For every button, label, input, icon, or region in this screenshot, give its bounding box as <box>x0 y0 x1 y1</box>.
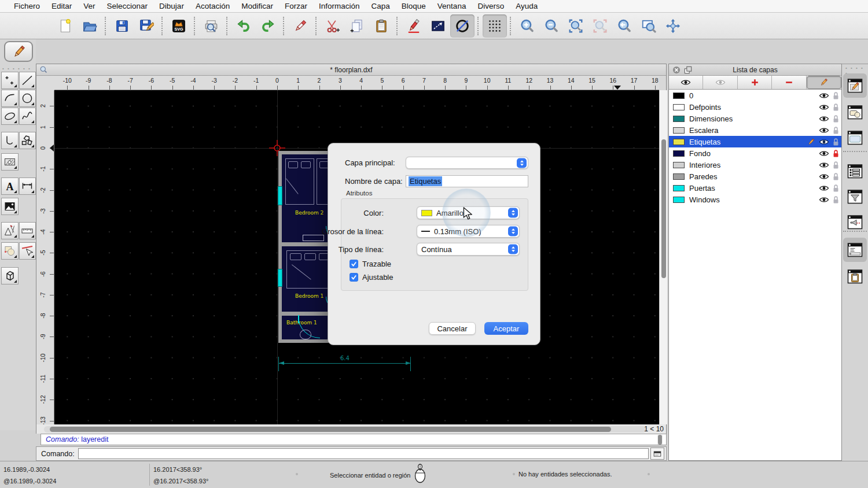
layer-lock-icon[interactable] <box>833 149 839 158</box>
layer-visibility-eye-icon[interactable] <box>819 138 829 146</box>
layer-visibility-eye-icon[interactable] <box>819 173 829 180</box>
menu-editar[interactable]: Editar <box>46 0 78 13</box>
tool-dimensions-button[interactable] <box>19 178 36 195</box>
dock-command-toggle[interactable] <box>843 238 867 262</box>
print-preview-button[interactable] <box>199 14 223 38</box>
edit-layer-button[interactable] <box>807 76 841 89</box>
tool-hatch-button[interactable] <box>1 153 19 171</box>
command-history-scrollbar[interactable] <box>657 435 663 445</box>
layer-row-dimensiones[interactable]: Dimensiones <box>669 113 841 124</box>
menu-dibujar[interactable]: Dibujar <box>153 0 190 13</box>
menu-diverso[interactable]: Diverso <box>472 0 510 13</box>
remove-layer-button[interactable] <box>772 76 806 89</box>
show-all-layers-button[interactable] <box>669 76 703 89</box>
pen-tool-button[interactable] <box>4 41 33 62</box>
save-button[interactable] <box>110 14 134 38</box>
vertical-scrollbar-thumb[interactable] <box>661 139 666 278</box>
tool-order-button[interactable] <box>1 242 19 260</box>
pen-attributes-button[interactable] <box>402 14 426 38</box>
layer-visibility-eye-icon[interactable] <box>819 196 829 204</box>
cut-button[interactable] <box>321 14 345 38</box>
layer-visibility-eye-icon[interactable] <box>819 150 829 157</box>
menu-fichero[interactable]: Fichero <box>8 0 46 13</box>
cancel-button[interactable]: Cancelar <box>429 322 476 335</box>
hide-all-layers-button[interactable] <box>703 76 737 89</box>
checkbox-checked-icon[interactable] <box>350 273 358 282</box>
layer-row-etiquetas[interactable]: Etiquetas <box>669 136 841 147</box>
layer-lock-icon[interactable] <box>833 91 839 100</box>
layer-lock-icon[interactable] <box>833 184 839 193</box>
draft-mode-button[interactable] <box>450 14 475 38</box>
layer-row-puertas[interactable]: Puertas <box>669 182 841 194</box>
zoom-in-button[interactable] <box>515 14 539 38</box>
zoom-redraw-button[interactable] <box>612 14 637 38</box>
copy-button[interactable] <box>345 14 369 38</box>
dock-pen-toolbar-toggle[interactable] <box>843 73 867 98</box>
zoom-out-button[interactable] <box>539 14 564 38</box>
layer-lock-icon[interactable] <box>833 161 839 169</box>
stepper-icon[interactable] <box>508 208 518 218</box>
horizontal-scrollbar-track[interactable] <box>44 426 646 432</box>
tool-ellipses-button[interactable] <box>1 108 19 125</box>
export-svg-button[interactable]: SVG <box>167 14 191 38</box>
tool-text-button[interactable]: A <box>1 178 19 195</box>
zoom-pan-button[interactable] <box>661 14 685 38</box>
stepper-icon[interactable] <box>508 227 518 236</box>
dock-layer-list-toggle[interactable] <box>843 159 867 183</box>
tool-polylines-button[interactable] <box>1 132 19 149</box>
tool-arcs-button[interactable] <box>1 90 19 107</box>
tool-select-button[interactable] <box>19 242 36 260</box>
color-combo[interactable]: Amarillo <box>417 206 520 219</box>
redo-button[interactable] <box>256 14 280 38</box>
accept-button[interactable]: Aceptar <box>484 322 528 335</box>
tool-polygons-button[interactable] <box>19 132 36 149</box>
layer-visibility-eye-icon[interactable] <box>819 127 829 134</box>
layer-visibility-eye-icon[interactable] <box>819 161 829 169</box>
add-layer-button[interactable] <box>738 76 772 89</box>
stepper-icon[interactable] <box>517 158 527 168</box>
layer-row-defpoints[interactable]: Defpoints <box>669 101 841 113</box>
horizontal-scrollbar[interactable]: 1 < 10 <box>36 424 666 434</box>
ajustable-checkbox-row[interactable]: Ajustable <box>350 273 393 282</box>
menu-ayuda[interactable]: Ayuda <box>510 0 543 13</box>
menu-capa[interactable]: Capa <box>366 0 396 13</box>
vertical-scrollbar[interactable] <box>659 90 667 424</box>
line-width-combo[interactable]: 0.13mm (ISO) <box>417 225 520 238</box>
grid-toggle-button[interactable] <box>483 14 507 38</box>
menu-ventana[interactable]: Ventana <box>432 0 472 13</box>
layer-lock-icon[interactable] <box>833 172 839 181</box>
layer-visibility-eye-icon[interactable] <box>819 184 829 192</box>
new-document-button[interactable] <box>53 14 78 38</box>
layer-lock-icon[interactable] <box>833 195 839 204</box>
command-input[interactable] <box>78 448 649 459</box>
menu-forzar[interactable]: Forzar <box>279 0 313 13</box>
paste-button[interactable] <box>369 14 393 38</box>
tool-lines-button[interactable] <box>19 72 36 89</box>
keyboard-toggle-button[interactable] <box>650 448 664 460</box>
zoom-previous-button[interactable] <box>588 14 612 38</box>
menu-ver[interactable]: Ver <box>78 0 101 13</box>
menu-acotacion[interactable]: Acotación <box>190 0 236 13</box>
layer-lock-icon[interactable] <box>833 114 839 123</box>
zoom-auto-button[interactable] <box>564 14 588 38</box>
menu-modificar[interactable]: Modificar <box>236 0 279 13</box>
layer-row-interiores[interactable]: Interiores <box>669 159 841 171</box>
layer-row-fondo[interactable]: Fondo <box>669 147 841 159</box>
layer-row-paredes[interactable]: Paredes <box>669 171 841 182</box>
tool-modify-button[interactable] <box>1 222 19 239</box>
menu-seleccionar[interactable]: Seleccionar <box>101 0 154 13</box>
document-titlebar[interactable]: * floorplan.dxf <box>36 64 666 76</box>
save-as-button[interactable] <box>134 14 159 38</box>
entity-attributes-button[interactable] <box>426 14 450 38</box>
layer-lock-icon[interactable] <box>833 103 839 112</box>
layer-row-0[interactable]: 0 <box>669 90 841 101</box>
horizontal-scrollbar-thumb[interactable] <box>50 427 611 432</box>
layer-visibility-eye-icon[interactable] <box>819 92 829 99</box>
layer-lock-icon[interactable] <box>833 126 839 135</box>
layer-visibility-eye-icon[interactable] <box>819 115 829 123</box>
menu-bloque[interactable]: Bloque <box>396 0 432 13</box>
zoom-window-button[interactable] <box>637 14 661 38</box>
dock-preview-toggle[interactable] <box>843 125 867 150</box>
parent-layer-combo[interactable] <box>406 157 528 169</box>
dock-filter-toggle[interactable] <box>843 184 867 209</box>
